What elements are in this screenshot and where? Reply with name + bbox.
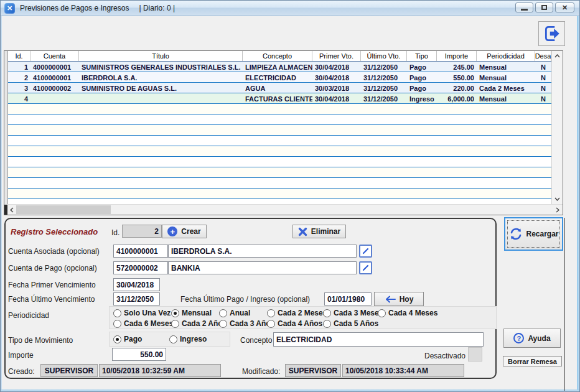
recargar-button[interactable]: Recargar — [504, 217, 563, 251]
minimize-button[interactable] — [515, 2, 533, 12]
cuenta-pago-code-field[interactable]: 5720000002 — [113, 261, 168, 274]
column-header-importe[interactable]: Importe — [437, 51, 477, 61]
id-label: Id. — [111, 228, 119, 237]
radio-pago[interactable]: Pago — [113, 335, 142, 343]
fecha-primer-field[interactable]: 30/04/2018 — [113, 278, 160, 291]
cuenta-asociada-name-field[interactable]: IBERDROLA S.A. — [168, 245, 357, 258]
cuenta-asociada-edit-button[interactable] — [359, 245, 372, 258]
horizontal-scrollbar[interactable] — [4, 204, 563, 215]
cell-concepto: ELECTRICIDAD — [243, 72, 312, 82]
radio-cada-4-meses[interactable]: Cada 4 Meses — [378, 309, 437, 317]
table-row[interactable]: 14000000001SUMINISTROS GENERALES INDUSTR… — [4, 62, 551, 72]
column-header-id[interactable]: Id. — [8, 51, 30, 61]
titlebar[interactable]: ✕ Previsiones de Pagos e Ingresos | Diar… — [1, 1, 579, 16]
table-row-empty[interactable] — [4, 199, 551, 204]
table-row-empty[interactable] — [4, 104, 551, 114]
cell-desactivado: N — [535, 72, 551, 82]
vertical-scrollbar[interactable] — [551, 51, 563, 204]
table-row[interactable]: 4FACTURAS CLIENTES30/04/201831/12/2050In… — [4, 93, 551, 104]
cell-ultimo_vto: 31/12/2050 — [361, 83, 407, 93]
table-row-empty[interactable] — [4, 167, 551, 178]
exit-button[interactable] — [538, 21, 565, 46]
table-row-empty[interactable] — [4, 178, 551, 189]
scroll-left-button[interactable] — [7, 205, 16, 215]
column-header-desactivado[interactable]: Desa — [535, 51, 551, 61]
cell-cuenta — [30, 93, 79, 103]
cuenta-pago-edit-button[interactable] — [359, 261, 372, 274]
cell-titulo — [79, 93, 243, 103]
table-row[interactable]: 34100000002SUMINISTRO DE AGUAS S.L.AGUA3… — [4, 83, 551, 93]
radio-label: Cada 2 Meses — [278, 309, 327, 317]
fecha-primer-label: Fecha Primer Vencimiento — [8, 281, 96, 289]
scrollbar-thumb[interactable] — [16, 205, 111, 214]
radio-cada-3-años[interactable]: Cada 3 Años — [219, 319, 274, 328]
scroll-right-icon — [556, 207, 559, 213]
borrar-remesa-button[interactable]: Borrar Remesa — [503, 356, 562, 366]
modificado-timestamp-field: 10/05/2018 10:33:44 AM — [342, 364, 464, 377]
importe-field[interactable]: 550.00 — [112, 348, 166, 361]
radio-cada-2-meses[interactable]: Cada 2 Meses — [267, 309, 327, 317]
maximize-button[interactable] — [535, 2, 553, 12]
radio-solo-una-vez[interactable]: Solo Una Vez — [113, 309, 171, 317]
column-header-primer_vto[interactable]: Primer Vto. — [312, 51, 361, 61]
table-row-empty[interactable] — [4, 114, 551, 125]
crear-button[interactable]: + Crear — [162, 225, 207, 238]
cell-importe: 550.00 — [437, 72, 477, 82]
table-row-empty[interactable] — [4, 189, 551, 199]
radio-circle-icon — [219, 320, 227, 328]
cuenta-pago-name-field[interactable]: BANKIA — [168, 261, 357, 274]
edit-pencil-icon — [362, 264, 369, 271]
hoy-button[interactable]: Hoy — [374, 292, 424, 306]
app-window: ✕ Previsiones de Pagos e Ingresos | Diar… — [0, 0, 580, 392]
radio-label: Pago — [124, 335, 142, 343]
radio-anual[interactable]: Anual — [219, 309, 250, 317]
column-header-concepto[interactable]: Concepto — [243, 51, 312, 61]
table-row-empty[interactable] — [4, 136, 551, 146]
radio-cada-2-años[interactable]: Cada 2 Años — [171, 319, 227, 328]
radio-circle-icon — [113, 309, 121, 317]
radio-circle-icon — [171, 309, 179, 317]
radio-cada-4-años[interactable]: Cada 4 Años — [267, 319, 322, 328]
column-header-periodicidad[interactable]: Periodicidad — [477, 51, 535, 61]
column-header-cuenta[interactable]: Cuenta — [30, 51, 79, 61]
column-header-tipo[interactable]: Tipo — [407, 51, 437, 61]
row-selector-strip — [4, 51, 8, 204]
creado-user-field: SUPERVISOR — [40, 364, 98, 377]
fecha-ultimo-pago-field[interactable]: 01/01/1980 — [324, 292, 372, 306]
edit-pencil-icon — [362, 248, 369, 254]
cuenta-asociada-code-field[interactable]: 4100000001 — [113, 245, 168, 258]
radio-label: Ingreso — [180, 335, 207, 343]
close-button[interactable]: ✕ — [555, 2, 574, 12]
cell-id: 2 — [8, 72, 30, 82]
table-row-empty[interactable] — [4, 157, 551, 167]
radio-cada-5-años[interactable]: Cada 5 Años — [323, 319, 378, 328]
scroll-right-button[interactable] — [553, 205, 563, 215]
scroll-down-button[interactable] — [552, 194, 563, 204]
radio-ingreso[interactable]: Ingreso — [169, 335, 207, 343]
desactivado-checkbox[interactable] — [468, 347, 482, 362]
radio-label: Cada 4 Años — [278, 319, 322, 328]
cuenta-asociada-label: Cuenta Asociada (opcional) — [8, 247, 100, 256]
radio-cada-6-meses[interactable]: Cada 6 Meses — [113, 319, 173, 328]
column-header-titulo[interactable]: Título — [79, 51, 243, 61]
window-frame-bottom — [1, 390, 579, 391]
hoy-button-label: Hoy — [400, 295, 414, 304]
fecha-ultimo-field[interactable]: 31/12/2050 — [113, 292, 160, 306]
table-row-empty[interactable] — [4, 146, 551, 157]
fecha-ultimo-label: Fecha Último Vencimiento — [8, 295, 95, 304]
eliminar-button[interactable]: Eliminar — [292, 225, 346, 238]
radio-label: Cada 6 Meses — [124, 319, 173, 328]
radio-circle-icon — [171, 320, 179, 328]
close-icon: ✕ — [562, 4, 568, 12]
recargar-button-label: Recargar — [526, 230, 558, 238]
table-row[interactable]: 24100000001IBERDROLA S.A.ELECTRICIDAD30/… — [4, 72, 551, 83]
concepto-field[interactable]: ELECTRICIDAD — [273, 332, 484, 347]
column-header-ultimo_vto[interactable]: Último Vto. — [361, 51, 407, 61]
radio-circle-icon — [378, 309, 386, 317]
radio-cada-3-meses[interactable]: Cada 3 Meses — [323, 309, 383, 317]
radio-mensual[interactable]: Mensual — [171, 309, 212, 317]
cell-concepto: FACTURAS CLIENTES — [243, 93, 312, 103]
table-row-empty[interactable] — [4, 125, 551, 136]
ayuda-button[interactable]: ? Ayuda — [503, 329, 561, 348]
scroll-up-button[interactable] — [552, 51, 563, 61]
